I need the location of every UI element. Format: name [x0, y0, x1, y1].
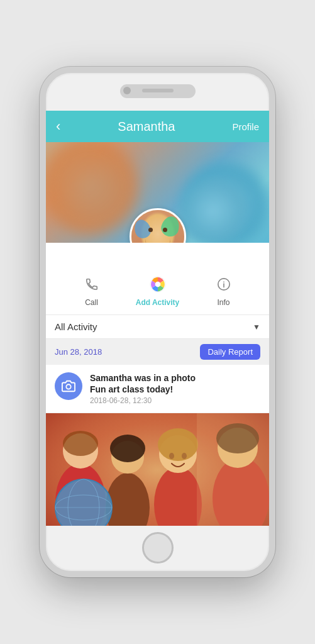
hero-blob-light	[175, 174, 250, 243]
add-activity-label: Add Activity	[136, 298, 180, 307]
header-title: Samantha	[60, 119, 232, 134]
date-bar: Jun 28, 2018 Daily Report	[46, 339, 269, 365]
svg-point-13	[110, 435, 145, 462]
daily-report-button[interactable]: Daily Report	[200, 344, 260, 360]
profile-button[interactable]: Profile	[232, 121, 259, 132]
add-activity-button[interactable]: Add Activity	[124, 273, 191, 307]
home-button[interactable]	[142, 532, 174, 564]
filter-row[interactable]: All Activity ▼	[46, 315, 269, 339]
svg-point-1	[155, 282, 160, 287]
kids-photo	[46, 413, 269, 526]
front-camera	[123, 87, 131, 94]
face-eyes	[148, 228, 167, 232]
photo-section	[46, 413, 269, 526]
face-smile	[145, 239, 170, 243]
info-button[interactable]: Info	[191, 273, 257, 307]
phone-icon	[80, 273, 103, 296]
phone-frame: ‹ Samantha Profile	[40, 67, 275, 577]
back-button[interactable]: ‹	[56, 118, 60, 135]
screen: ‹ Samantha Profile	[46, 111, 269, 526]
call-button[interactable]: Call	[58, 273, 124, 307]
speaker	[142, 89, 174, 92]
svg-point-16	[158, 428, 198, 461]
filter-label: All Activity	[55, 321, 97, 332]
action-row: Call	[46, 243, 269, 315]
svg-point-18	[182, 453, 187, 459]
eye-left	[148, 228, 153, 232]
info-icon	[213, 273, 235, 296]
date-label: Jun 28, 2018	[55, 347, 102, 357]
eye-right	[163, 228, 167, 232]
svg-point-10	[63, 431, 98, 456]
phone-outer: ‹ Samantha Profile	[0, 0, 315, 644]
camera-icon	[62, 379, 75, 393]
photo-background	[46, 413, 269, 526]
info-label: Info	[217, 298, 229, 307]
paint-green	[159, 214, 181, 238]
activity-title-line2: Fun art class today!	[90, 384, 260, 395]
hero-section	[46, 142, 269, 243]
paint-decoration	[131, 210, 184, 243]
svg-rect-27	[197, 413, 269, 526]
avatar	[130, 208, 186, 243]
activity-timestamp: 2018-06-28, 12:30	[90, 396, 260, 405]
activity-wheel-icon	[146, 273, 169, 296]
app-header: ‹ Samantha Profile	[46, 111, 269, 142]
filter-arrow-icon: ▼	[253, 323, 260, 331]
activity-title-line1: Samantha was in a photo	[90, 372, 260, 384]
svg-point-5	[66, 384, 70, 389]
activity-item[interactable]: Samantha was in a photo Fun art class to…	[46, 365, 269, 413]
activity-icon-circle	[55, 372, 82, 400]
activity-text-block: Samantha was in a photo Fun art class to…	[90, 372, 260, 405]
avatar-face	[131, 210, 184, 243]
call-label: Call	[85, 298, 98, 307]
svg-point-17	[169, 453, 174, 459]
